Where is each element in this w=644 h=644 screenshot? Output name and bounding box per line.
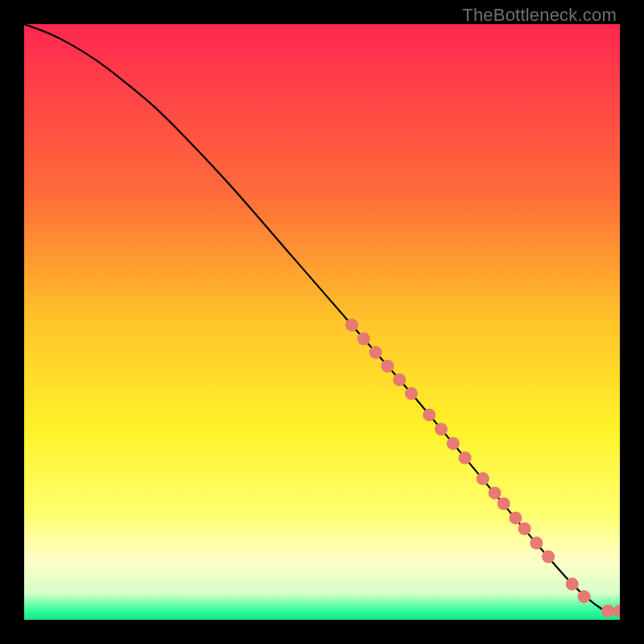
chart-marker xyxy=(566,578,579,591)
chart-marker xyxy=(447,437,460,450)
chart-marker xyxy=(405,387,418,400)
chart-marker xyxy=(510,511,522,524)
chart-marker xyxy=(518,522,531,535)
chart-marker xyxy=(497,497,510,510)
chart-marker xyxy=(489,486,502,499)
chart-marker xyxy=(357,332,370,345)
chart-marker xyxy=(381,360,394,373)
chart-marker xyxy=(423,408,436,421)
bottleneck-chart xyxy=(24,24,620,620)
chart-marker xyxy=(601,605,614,617)
chart-marker xyxy=(530,537,543,550)
chart-marker xyxy=(578,590,591,603)
chart-marker xyxy=(435,423,448,436)
chart-marker xyxy=(459,452,472,464)
chart-stage: TheBottleneck.com xyxy=(0,0,644,644)
chart-marker xyxy=(345,319,358,332)
chart-marker xyxy=(369,346,382,359)
chart-marker xyxy=(542,551,555,564)
watermark-text: TheBottleneck.com xyxy=(462,5,617,26)
chart-marker xyxy=(393,374,406,386)
chart-marker xyxy=(477,473,489,485)
